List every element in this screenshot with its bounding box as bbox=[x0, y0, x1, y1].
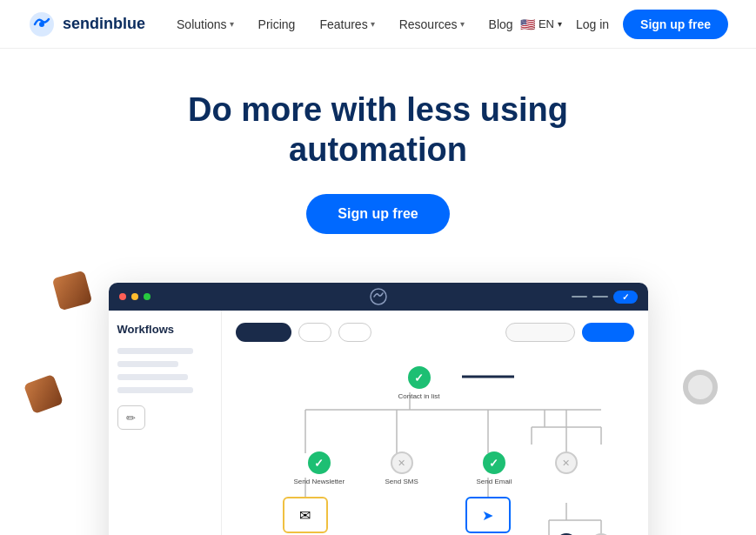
nav-right: 🇺🇸 EN ▾ Log in Sign up free bbox=[520, 10, 728, 39]
deco-container: ✓ Workflows ✏ bbox=[0, 283, 756, 535]
send-email-label: Send Email bbox=[477, 478, 512, 485]
nav-solutions[interactable]: Solutions ▾ bbox=[177, 17, 234, 31]
solutions-arrow-icon: ▾ bbox=[230, 19, 234, 29]
resources-arrow-icon: ▾ bbox=[460, 19, 465, 29]
node-contact-in-list[interactable]: Contact in list bbox=[398, 366, 440, 400]
nav-links: Solutions ▾ Pricing Features ▾ Resources… bbox=[177, 17, 520, 31]
node4-icon bbox=[555, 451, 578, 474]
sidebar-item-2[interactable] bbox=[117, 361, 179, 367]
nav-blog[interactable]: Blog bbox=[489, 17, 513, 31]
logo-icon bbox=[28, 10, 56, 38]
nav-resources[interactable]: Resources ▾ bbox=[399, 17, 465, 31]
svg-point-2 bbox=[371, 289, 386, 304]
browser-maximize-dot bbox=[144, 293, 151, 300]
newsletter-card: ✉ bbox=[283, 497, 328, 533]
logo-text: sendinblue bbox=[63, 15, 145, 33]
language-selector[interactable]: 🇺🇸 EN ▾ bbox=[520, 17, 562, 31]
browser-titlebar: ✓ bbox=[109, 283, 648, 311]
tab-all[interactable] bbox=[236, 323, 291, 342]
features-arrow-icon: ▾ bbox=[371, 19, 375, 29]
browser-minimize-dot bbox=[131, 293, 138, 300]
lang-arrow-icon: ▾ bbox=[558, 19, 562, 29]
create-workflow-button[interactable] bbox=[582, 323, 634, 342]
send-sms-label: Send SMS bbox=[385, 478, 418, 485]
browser-close-dot bbox=[119, 293, 126, 300]
search-input[interactable] bbox=[505, 323, 575, 342]
login-button[interactable]: Log in bbox=[576, 17, 609, 31]
contact-in-list-label: Contact in list bbox=[398, 392, 440, 400]
email-card: ➤ bbox=[465, 497, 511, 533]
send-sms-icon bbox=[391, 451, 413, 474]
sidebar-item-4[interactable] bbox=[117, 387, 193, 393]
tab-inactive[interactable] bbox=[338, 323, 371, 342]
deco-block-midleft bbox=[23, 374, 64, 414]
send-newsletter-icon bbox=[308, 451, 331, 474]
app-sidebar: Workflows ✏ bbox=[109, 311, 222, 535]
edit-button[interactable]: ✏ bbox=[117, 405, 145, 430]
node-send-sms[interactable]: Send SMS bbox=[385, 451, 418, 485]
browser-controls: ✓ bbox=[572, 291, 638, 304]
sidebar-item-3[interactable] bbox=[117, 374, 189, 380]
minimize-icon bbox=[572, 296, 587, 298]
node-4[interactable] bbox=[555, 451, 578, 474]
send-newsletter-label: Send Newsletter bbox=[294, 478, 345, 485]
browser-logo-icon bbox=[370, 288, 387, 305]
pencil-icon: ✏ bbox=[126, 411, 136, 425]
browser-window: ✓ Workflows ✏ bbox=[109, 283, 648, 535]
main-toolbar bbox=[236, 323, 634, 342]
hero-cta-button[interactable]: Sign up free bbox=[306, 194, 449, 234]
svg-point-1 bbox=[39, 22, 44, 27]
app-content: Workflows ✏ bbox=[109, 311, 648, 535]
navbar: sendinblue Solutions ▾ Pricing Features … bbox=[0, 0, 756, 49]
tab-active[interactable] bbox=[298, 323, 331, 342]
sidebar-title: Workflows bbox=[117, 323, 212, 336]
send-email-icon bbox=[483, 451, 505, 474]
sidebar-item-1[interactable] bbox=[117, 348, 193, 354]
nav-pricing[interactable]: Pricing bbox=[258, 17, 296, 31]
logo[interactable]: sendinblue bbox=[28, 10, 145, 38]
node-send-newsletter[interactable]: Send Newsletter bbox=[294, 451, 345, 485]
browser-frame: ✓ Workflows ✏ bbox=[109, 283, 648, 535]
maximize-icon bbox=[592, 296, 608, 298]
hero-title: Do more with less using automation bbox=[152, 90, 605, 170]
deco-block-topleft bbox=[52, 271, 93, 311]
node-send-email[interactable]: Send Email bbox=[477, 451, 512, 485]
app-main: Contact in list Send Newsletter Send SMS bbox=[222, 311, 648, 535]
signup-button[interactable]: Sign up free bbox=[623, 10, 728, 39]
card-email[interactable]: ➤ bbox=[465, 497, 511, 533]
contact-in-list-icon bbox=[408, 366, 431, 389]
deco-disc-right bbox=[683, 370, 718, 405]
nav-features[interactable]: Features ▾ bbox=[319, 17, 374, 31]
workflow-diagram: Contact in list Send Newsletter Send SMS bbox=[236, 359, 634, 535]
hero-section: Do more with less using automation Sign … bbox=[0, 49, 756, 262]
browser-confirm-btn: ✓ bbox=[613, 291, 638, 304]
card-newsletter[interactable]: ✉ bbox=[283, 497, 328, 533]
